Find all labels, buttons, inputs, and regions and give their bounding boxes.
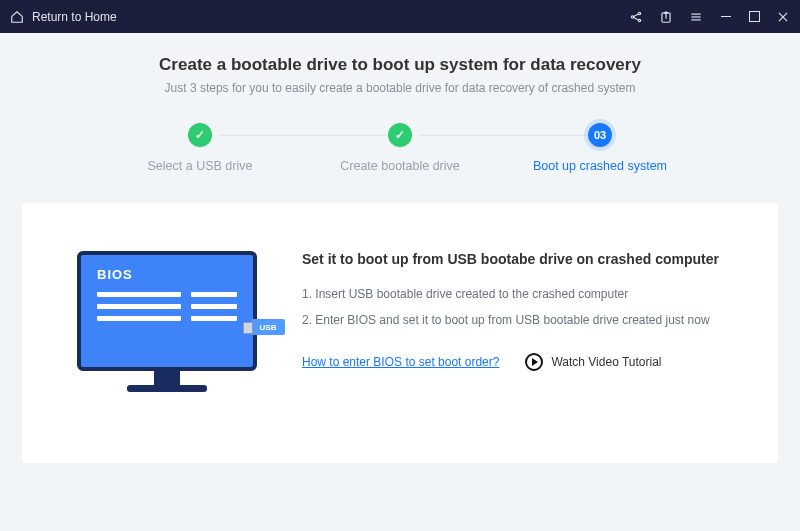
content-title: Set it to boot up from USB bootabe drive…	[302, 251, 738, 267]
maximize-button[interactable]	[749, 11, 760, 22]
instruction-line-1: 1. Insert USB bootable drive created to …	[302, 287, 738, 301]
return-home-button[interactable]: Return to Home	[10, 10, 117, 24]
step-3-label: Boot up crashed system	[533, 159, 667, 173]
instruction-line-2: 2. Enter BIOS and set it to boot up from…	[302, 313, 738, 327]
bios-label: BIOS	[97, 267, 237, 282]
return-home-label: Return to Home	[32, 10, 117, 24]
close-button[interactable]	[776, 10, 790, 24]
stepper: Select a USB drive Create bootable drive…	[120, 123, 680, 173]
titlebar-actions	[629, 10, 790, 24]
step-3: 03 Boot up crashed system	[520, 123, 680, 173]
step-1: Select a USB drive	[120, 123, 280, 173]
watch-video-button[interactable]: Watch Video Tutorial	[525, 353, 661, 371]
watch-video-label: Watch Video Tutorial	[551, 355, 661, 369]
step-2: Create bootable drive	[320, 123, 480, 173]
footer-links: How to enter BIOS to set boot order? Wat…	[302, 353, 738, 371]
page-heading: Create a bootable drive to boot up syste…	[0, 33, 800, 95]
step-1-label: Select a USB drive	[148, 159, 253, 173]
play-icon	[525, 353, 543, 371]
bios-illustration: BIOS USB	[62, 251, 272, 392]
menu-icon[interactable]	[689, 10, 703, 24]
svg-point-2	[638, 19, 640, 21]
instructions: Set it to boot up from USB bootabe drive…	[272, 251, 738, 371]
step-2-label: Create bootable drive	[340, 159, 460, 173]
svg-point-1	[638, 12, 640, 14]
page-subtitle: Just 3 steps for you to easily create a …	[0, 81, 800, 95]
home-icon	[10, 10, 24, 24]
usb-icon: USB	[251, 319, 285, 335]
titlebar: Return to Home	[0, 0, 800, 33]
share-icon[interactable]	[629, 10, 643, 24]
svg-point-0	[631, 15, 633, 17]
step-active-badge: 03	[588, 123, 612, 147]
minimize-button[interactable]	[719, 10, 733, 24]
bios-help-link[interactable]: How to enter BIOS to set boot order?	[302, 355, 499, 369]
page-title: Create a bootable drive to boot up syste…	[0, 55, 800, 75]
step-done-icon	[388, 123, 412, 147]
step-done-icon	[188, 123, 212, 147]
export-icon[interactable]	[659, 10, 673, 24]
content-card: BIOS USB Set it to boot up from USB boot…	[22, 203, 778, 463]
